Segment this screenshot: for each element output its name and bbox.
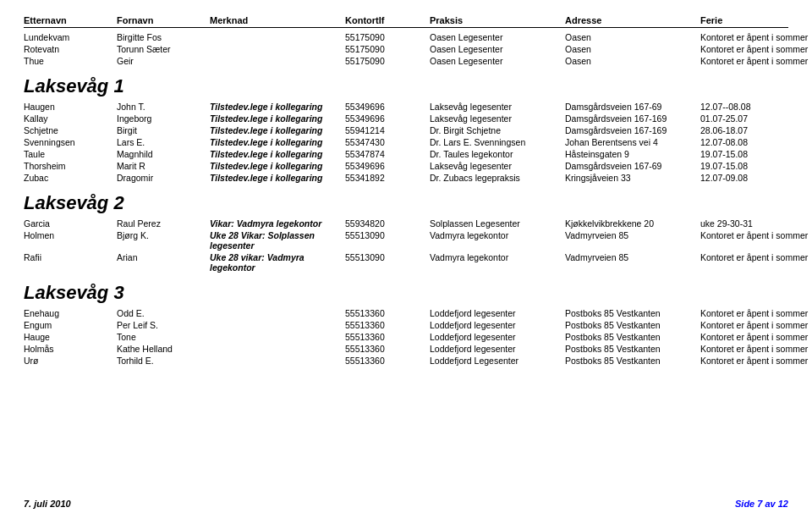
cell-1: Tone — [117, 332, 210, 342]
cell-6: Kontoret er åpent i sommer — [700, 320, 810, 330]
cell-2 — [210, 56, 345, 66]
cell-2 — [210, 344, 345, 354]
cell-1: Ingeborg — [117, 113, 210, 124]
cell-4: Vadmyra legekontor — [430, 252, 565, 273]
table-row: RafiiArianUke 28 vikar: Vadmyra legekont… — [24, 251, 788, 273]
table-row: HolmåsKathe Helland55513360Loddefjord le… — [24, 343, 788, 355]
col-kontortlf: Kontortlf — [345, 15, 430, 25]
table-row: HaugeTone55513360Loddefjord legesenterPo… — [24, 331, 788, 343]
cell-1: Birgit — [117, 125, 210, 135]
col-fornavn: Fornavn — [117, 15, 210, 25]
cell-4: Loddefjord legesenter — [430, 332, 565, 342]
cell-1: Arian — [117, 252, 210, 273]
cell-3: 55513360 — [345, 344, 430, 354]
cell-0: Engum — [24, 320, 117, 330]
cell-1: Marit R — [117, 161, 210, 171]
cell-4: Dr. Zubacs legepraksis — [430, 173, 565, 183]
cell-2: Tilstedev.lege i kollegaring — [210, 149, 345, 159]
cell-1: Geir — [117, 56, 210, 66]
cell-5: Johan Berentsens vei 4 — [565, 137, 700, 147]
cell-0: Garcia — [24, 218, 117, 229]
cell-3: 55513360 — [345, 320, 430, 330]
cell-3: 55175090 — [345, 32, 430, 42]
cell-0: Holmås — [24, 344, 117, 354]
cell-2: Uke 28 Vikar: Solplassen legesenter — [210, 230, 345, 251]
cell-1: John T. — [117, 102, 210, 112]
header-row: Etternavn Fornavn Merknad Kontortlf Prak… — [24, 15, 788, 28]
cell-2 — [210, 32, 345, 42]
cell-4: Dr. Birgit Schjetne — [430, 125, 565, 135]
cell-5: Oasen — [565, 32, 700, 42]
cell-3: 55341892 — [345, 173, 430, 183]
table-row: UrøTorhild E.55513360Loddefjord Legesent… — [24, 355, 788, 367]
cell-4: Dr. Lars E. Svenningsen — [430, 137, 565, 147]
cell-0: Zubac — [24, 173, 117, 183]
cell-0: Haugen — [24, 102, 117, 112]
cell-5: Oasen — [565, 44, 700, 54]
cell-5: Postboks 85 Vestkanten — [565, 320, 700, 330]
cell-5: Håsteinsgaten 9 — [565, 149, 700, 159]
cell-3: 55175090 — [345, 56, 430, 66]
table-row: EngumPer Leif S.55513360Loddefjord leges… — [24, 319, 788, 331]
cell-4: Laksevåg legesenter — [430, 161, 565, 171]
cell-6: Kontoret er åpent i sommer — [700, 356, 810, 366]
cell-6: Kontoret er åpent i sommer — [700, 332, 810, 342]
cell-6: 01.07-25.07 — [700, 113, 810, 124]
cell-3: 55513360 — [345, 332, 430, 342]
cell-6: Kontoret er åpent i sommer — [700, 344, 810, 354]
table-row: ThorsheimMarit RTilstedev.lege i kollega… — [24, 160, 788, 172]
laksevag2-section: Laksevåg 2GarciaRaul PerezVikar: Vadmyra… — [24, 192, 788, 273]
cell-1: Magnhild — [117, 149, 210, 159]
cell-4: Loddefjord Legesenter — [430, 356, 565, 366]
cell-5: Postboks 85 Vestkanten — [565, 356, 700, 366]
cell-4: Solplassen Legesenter — [430, 218, 565, 229]
table-row: HaugenJohn T.Tilstedev.lege i kollegarin… — [24, 101, 788, 113]
cell-1: Odd E. — [117, 308, 210, 318]
cell-6: 12.07-08.08 — [700, 137, 810, 147]
laksevag1-section: Laksevåg 1HaugenJohn T.Tilstedev.lege i … — [24, 75, 788, 184]
table-row: SchjetneBirgitTilstedev.lege i kollegari… — [24, 124, 788, 136]
cell-1: Per Leif S. — [117, 320, 210, 330]
cell-4: Loddefjord legesenter — [430, 308, 565, 318]
cell-1: Torhild E. — [117, 356, 210, 366]
cell-0: Taule — [24, 149, 117, 159]
table-row: ThueGeir55175090Oasen LegesenterOasenKon… — [24, 55, 788, 67]
table-row: EnehaugOdd E.55513360Loddefjord legesent… — [24, 307, 788, 319]
cell-2 — [210, 332, 345, 342]
table-row: TauleMagnhildTilstedev.lege i kollegarin… — [24, 148, 788, 160]
cell-1: Dragomir — [117, 173, 210, 183]
cell-0: Schjetne — [24, 125, 117, 135]
cell-1: Birgitte Fos — [117, 32, 210, 42]
cell-0: Rotevatn — [24, 44, 117, 54]
cell-3: 55347430 — [345, 137, 430, 147]
cell-3: 55513360 — [345, 308, 430, 318]
cell-3: 55349696 — [345, 161, 430, 171]
cell-2: Tilstedev.lege i kollegaring — [210, 173, 345, 183]
cell-0: Holmen — [24, 230, 117, 251]
cell-5: Postboks 85 Vestkanten — [565, 344, 700, 354]
cell-4: Dr. Taules legekontor — [430, 149, 565, 159]
cell-6: 19.07-15.08 — [700, 161, 810, 171]
cell-5: Postboks 85 Vestkanten — [565, 308, 700, 318]
cell-6: 12.07-09.08 — [700, 173, 810, 183]
cell-4: Laksevåg legesenter — [430, 113, 565, 124]
cell-5: Damsgårdsveien 167-69 — [565, 161, 700, 171]
section-title-laksevag2: Laksevåg 2 — [24, 192, 788, 214]
footer-date: 7. juli 2010 — [24, 499, 71, 509]
cell-3: 55349696 — [345, 113, 430, 124]
cell-0: Hauge — [24, 332, 117, 342]
cell-5: Oasen — [565, 56, 700, 66]
footer-page: Side 7 av 12 — [735, 499, 788, 509]
cell-6: uke 29-30-31 — [700, 218, 810, 229]
table-row: HolmenBjørg K.Uke 28 Vikar: Solplassen l… — [24, 229, 788, 251]
cell-0: Urø — [24, 356, 117, 366]
cell-4: Loddefjord legesenter — [430, 320, 565, 330]
cell-1: Bjørg K. — [117, 230, 210, 251]
cell-3: 55513090 — [345, 230, 430, 251]
cell-6: Kontoret er åpent i sommer — [700, 252, 810, 273]
cell-4: Oasen Legesenter — [430, 44, 565, 54]
cell-6: Kontoret er åpent i sommer — [700, 230, 810, 251]
cell-2 — [210, 356, 345, 366]
cell-6: Kontoret er åpent i sommer — [700, 44, 810, 54]
cell-5: Damsgårdsveien 167-169 — [565, 125, 700, 135]
